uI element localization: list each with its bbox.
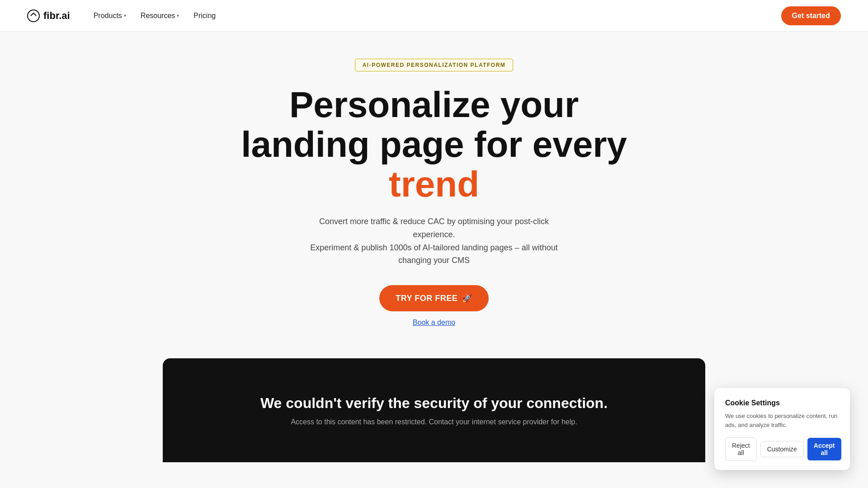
- accept-all-button[interactable]: Accept all: [807, 438, 841, 460]
- dark-section-subtitle: Access to this content has been restrict…: [291, 418, 577, 426]
- pricing-nav-link[interactable]: Pricing: [188, 8, 221, 23]
- logo[interactable]: fibr.ai: [27, 9, 70, 22]
- reject-all-button[interactable]: Reject all: [725, 437, 757, 461]
- hero-title: Personalize your landing page for every …: [241, 85, 627, 204]
- logo-text: fibr.ai: [43, 10, 70, 22]
- cookie-actions: Reject all Customize Accept all: [725, 437, 839, 461]
- resources-nav-link[interactable]: Resources ▾: [135, 8, 184, 23]
- rocket-icon: 🚀: [462, 293, 472, 303]
- nav-links: Products ▾ Resources ▾ Pricing: [88, 8, 222, 23]
- navbar: fibr.ai Products ▾ Resources ▾ Pricing G…: [0, 0, 868, 32]
- try-for-free-button[interactable]: TRY FOR FREE 🚀: [379, 285, 489, 311]
- dark-section-title: We couldn't verify the security of your …: [260, 395, 608, 412]
- svg-point-0: [28, 10, 39, 22]
- get-started-button[interactable]: Get started: [781, 6, 841, 25]
- hero-cta: TRY FOR FREE 🚀 Book a demo: [379, 285, 489, 327]
- hero-title-highlight: trend: [389, 164, 479, 204]
- hero-section: AI-POWERED PERSONALIZATION PLATFORM Pers…: [0, 32, 868, 345]
- hero-badge: AI-POWERED PERSONALIZATION PLATFORM: [355, 59, 514, 71]
- cookie-banner: Cookie Settings We use cookies to person…: [714, 388, 850, 470]
- products-chevron-icon: ▾: [124, 13, 126, 18]
- cookie-title: Cookie Settings: [725, 399, 839, 407]
- hero-subtitle: Convert more traffic & reduce CAC by opt…: [298, 215, 570, 267]
- resources-chevron-icon: ▾: [177, 13, 179, 18]
- dark-section: We couldn't verify the security of your …: [163, 358, 705, 462]
- customize-button[interactable]: Customize: [760, 441, 804, 457]
- logo-icon: [27, 9, 40, 22]
- nav-left: fibr.ai Products ▾ Resources ▾ Pricing: [27, 8, 221, 23]
- products-nav-link[interactable]: Products ▾: [88, 8, 132, 23]
- book-demo-link[interactable]: Book a demo: [413, 319, 455, 327]
- cookie-text: We use cookies to personalize content, r…: [725, 412, 839, 429]
